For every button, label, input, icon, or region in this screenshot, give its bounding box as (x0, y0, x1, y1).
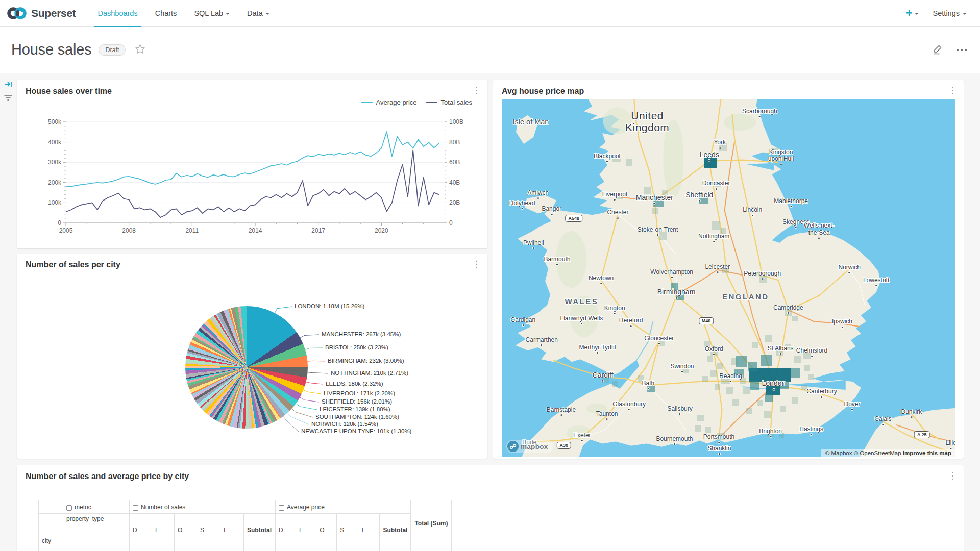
settings-label: Settings (933, 9, 960, 17)
expand-filter-bar-icon[interactable] (4, 80, 13, 91)
cell-value: 841 (197, 546, 219, 551)
chevron-down-icon (963, 13, 967, 15)
superset-logo[interactable]: Superset (6, 6, 76, 21)
svg-text:2008: 2008 (122, 227, 136, 234)
page-title: House sales (11, 41, 91, 58)
collapse-icon[interactable]: − (66, 505, 72, 511)
svg-text:100k: 100k (48, 199, 62, 206)
add-new-button[interactable]: + (906, 8, 919, 19)
chart-menu-icon[interactable]: ⋮ (471, 85, 482, 96)
chart-title: House sales over time (26, 87, 112, 96)
svg-text:2005: 2005 (59, 227, 73, 234)
pie-slice-label: LIVERPOOL: 171k (2.20%) (324, 390, 395, 396)
collapse-icon[interactable]: − (133, 505, 138, 511)
svg-text:200k: 200k (48, 179, 62, 186)
svg-text:40B: 40B (449, 179, 460, 186)
cell-value: 555k (276, 546, 296, 551)
attribution-text: © Mapbox © OpenStreetMap (825, 450, 901, 456)
svg-text:300k: 300k (48, 159, 62, 166)
series-total-sales[interactable] (66, 150, 439, 217)
nav-item-sql-lab[interactable]: SQL Lab (185, 0, 238, 27)
svg-text:2020: 2020 (375, 227, 388, 234)
mapbox-icon: ☍ (507, 441, 519, 452)
map-canvas[interactable]: United KingdomIsle of ManWALESENGLANDSca… (502, 99, 955, 457)
pie-chart[interactable] (185, 306, 308, 429)
more-actions-icon[interactable] (957, 49, 967, 51)
plus-icon: + (906, 8, 913, 19)
pie-slice-label: NOTTINGHAM: 210k (2.71%) (331, 370, 408, 376)
dashboard-header: House sales Draft (0, 27, 980, 73)
favorite-star-icon[interactable] (135, 44, 145, 56)
cell-value: 3.16k (244, 546, 276, 551)
chevron-down-icon (265, 13, 270, 15)
map-attribution: © Mapbox © OpenStreetMap Improve this ma… (821, 449, 955, 457)
status-badge: Draft (99, 44, 126, 56)
svg-text:0: 0 (449, 219, 453, 227)
cell-value: 26 (175, 546, 197, 551)
collapse-icon[interactable]: − (279, 505, 284, 511)
nav-item-label: Charts (155, 9, 177, 17)
cell-value: 202k (296, 546, 316, 551)
nav-item-dashboards[interactable]: Dashboards (89, 0, 146, 27)
legend-item[interactable]: Total sales (426, 98, 472, 106)
pie-slice-label: LEEDS: 180k (2.32%) (326, 381, 383, 387)
mapbox-logo[interactable]: ☍ mapbox (506, 440, 553, 453)
pie-slice-label: LEICESTER: 139k (1.80%) (320, 406, 390, 412)
nav-item-charts[interactable]: Charts (146, 0, 186, 27)
chart-menu-icon[interactable]: ⋮ (471, 258, 482, 270)
pie-slice-label: LONDON: 1.18M (15.26%) (295, 303, 364, 309)
svg-text:100B: 100B (449, 118, 463, 126)
chevron-down-icon (915, 13, 919, 15)
cell-value: 1.12k (219, 546, 244, 551)
top-nav: Superset DashboardsChartsSQL LabData + S… (0, 0, 980, 27)
cell-total: 2.18M (411, 546, 452, 551)
legend-item[interactable]: Average price (361, 98, 417, 106)
pie-slice-label: NORWICH: 120k (1.54%) (311, 421, 378, 427)
pie-slice-label: BRISTOL: 250k (3.23%) (325, 344, 388, 350)
svg-text:2014: 2014 (249, 227, 262, 234)
brand-name: Superset (31, 7, 76, 19)
edit-dashboard-icon[interactable] (932, 43, 943, 57)
superset-infinity-icon (6, 6, 28, 21)
svg-text:400k: 400k (48, 139, 62, 146)
chart-legend: Average priceTotal sales (361, 98, 472, 106)
chart-menu-icon[interactable]: ⋮ (947, 470, 959, 482)
legend-label: Total sales (441, 98, 472, 106)
nav-item-label: Dashboards (97, 9, 137, 17)
settings-menu[interactable]: Settings (933, 9, 967, 17)
chart-title: Number of sales and average price by cit… (26, 472, 189, 481)
pivot-table: −metric−Number of sales−Average priceTot… (38, 500, 452, 551)
svg-text:20B: 20B (449, 199, 460, 206)
chart-menu-icon[interactable]: ⋮ (947, 85, 959, 96)
chart-title: Avg house price map (502, 87, 584, 96)
row-city: ABBOTS LANGLEY (39, 546, 130, 551)
legend-swatch (361, 102, 373, 103)
svg-text:500k: 500k (48, 118, 62, 126)
cell-value: 294k (357, 546, 380, 551)
legend-swatch (426, 102, 437, 103)
cell-value: 379k (337, 546, 357, 551)
cell-value: 635 (152, 546, 175, 551)
line-chart[interactable]: 00100k20B200k40B300k60B400k80B500k100B20… (25, 107, 479, 247)
svg-text:2017: 2017 (311, 227, 325, 234)
chart-card-sales-and-price-by-city: Number of sales and average price by cit… (17, 465, 964, 551)
svg-text:0: 0 (58, 219, 61, 227)
cell-value: 539 (130, 546, 152, 551)
pie-slice-label: NEWCASTLE UPON TYNE: 101k (1.30%) (301, 428, 411, 434)
improve-map-link[interactable]: Improve this map (903, 450, 951, 456)
chart-title: Number of sales per city (26, 260, 120, 269)
cell-value: 746k (316, 546, 337, 551)
map-base-layer (502, 99, 955, 457)
svg-text:2011: 2011 (185, 227, 199, 234)
nav-item-data[interactable]: Data (238, 0, 278, 27)
filter-rail (0, 73, 17, 551)
pie-slice-label: SHEFFIELD: 156k (2.01%) (322, 398, 392, 405)
nav-menu: DashboardsChartsSQL LabData (89, 0, 278, 27)
legend-label: Average price (376, 98, 417, 106)
chevron-down-icon (226, 13, 230, 15)
filter-icon[interactable] (4, 94, 13, 104)
dashboard-canvas: House sales over time ⋮ Average priceTot… (0, 73, 980, 551)
chart-card-avg-house-price-map: Avg house price map ⋮ (493, 80, 964, 459)
series-average-price[interactable] (66, 132, 439, 187)
nav-item-label: Data (247, 9, 263, 17)
